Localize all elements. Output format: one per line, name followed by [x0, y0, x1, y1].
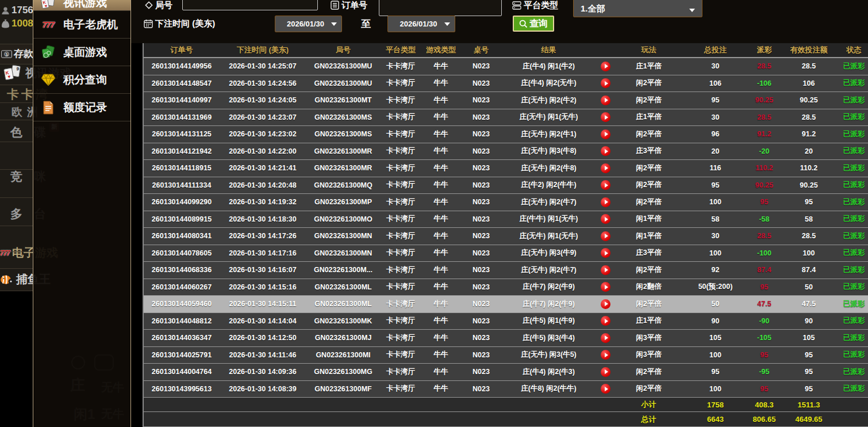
- status-cell: 已派彩: [838, 211, 868, 228]
- table-no-cell: N023: [461, 347, 501, 364]
- col-header-table-no[interactable]: 桌号: [461, 43, 501, 57]
- replay-icon[interactable]: [601, 96, 610, 105]
- round-cell: GN023261300MR: [306, 160, 381, 177]
- table-row[interactable]: 260130144149956 2026-01-30 14:25:07 GN02…: [144, 58, 868, 75]
- replay-cell: [596, 211, 615, 228]
- valid-bet-cell: 105: [780, 330, 838, 346]
- replay-icon[interactable]: [601, 265, 610, 275]
- round-cell: GN023261300ML: [306, 296, 381, 312]
- table-row[interactable]: 260130144121942 2026-01-30 14:22:00 GN02…: [144, 143, 868, 161]
- platform-type-select[interactable]: 1.全部: [573, 0, 702, 17]
- round-cell: GN023261300MU: [306, 75, 381, 92]
- col-header-valid-bet[interactable]: 有效投注额: [780, 43, 838, 57]
- replay-cell: [596, 160, 615, 177]
- table-no-cell: N023: [461, 75, 501, 92]
- round-number-input[interactable]: [182, 0, 318, 10]
- replay-icon[interactable]: [601, 384, 610, 394]
- replay-icon[interactable]: [601, 299, 610, 309]
- table-row[interactable]: 260130144025791 2026-01-30 14:11:46 GN02…: [144, 347, 868, 364]
- col-header-status[interactable]: 状态: [838, 43, 868, 57]
- submenu-item-label: 视讯游戏: [63, 0, 107, 10]
- payout-cell: 90.25: [748, 92, 780, 109]
- col-header-order[interactable]: 订单号: [144, 43, 220, 57]
- table-no-cell: N023: [461, 194, 501, 211]
- date-from-select[interactable]: 2026/01/30: [275, 16, 342, 32]
- replay-icon[interactable]: [601, 112, 610, 122]
- replay-icon[interactable]: [601, 231, 610, 241]
- replay-icon[interactable]: [601, 62, 610, 71]
- order-number-label: 订单号: [331, 0, 367, 12]
- table-row[interactable]: 260130144131125 2026-01-30 14:23:02 GN02…: [144, 126, 868, 143]
- date-range-to-label: 至: [361, 17, 371, 30]
- table-row[interactable]: 260130144004764 2026-01-30 14:09:36 GN02…: [144, 364, 868, 381]
- replay-icon[interactable]: [601, 129, 610, 139]
- col-header-payout[interactable]: 派彩: [748, 43, 780, 57]
- submenu-item-video-games[interactable]: K♥ 视讯游戏: [33, 0, 130, 11]
- game-cell: 牛牛: [421, 92, 461, 109]
- table-row[interactable]: 260130144099290 2026-01-30 14:19:32 GN02…: [144, 194, 868, 211]
- date-to-select[interactable]: 2026/01/30: [387, 16, 455, 32]
- replay-icon[interactable]: [601, 197, 610, 207]
- submenu-item-quota-records[interactable]: 额度记录: [33, 94, 130, 121]
- replay-cell: [596, 296, 615, 312]
- deposit-button[interactable]: $ 存款: [1, 47, 33, 60]
- result-cell: 庄(牛牛) 闲1(无牛): [501, 211, 596, 228]
- platform-cell: 卡卡湾厅: [381, 381, 421, 398]
- replay-icon[interactable]: [601, 350, 610, 360]
- table-row[interactable]: 260130144140997 2026-01-30 14:24:05 GN02…: [144, 92, 868, 109]
- col-header-method[interactable]: 玩法: [615, 43, 682, 57]
- col-header-result[interactable]: 结果: [501, 43, 596, 57]
- replay-icon[interactable]: [601, 333, 610, 343]
- time-cell: 2026-01-30 14:16:07: [220, 262, 306, 279]
- platform-cell: 卡卡湾厅: [381, 347, 421, 364]
- submenu-item-slot-machines[interactable]: 777 电子老虎机: [33, 11, 130, 39]
- order-number-input[interactable]: [379, 0, 502, 16]
- total-bet-cell: 105: [682, 330, 748, 346]
- table-row[interactable]: 260130144089915 2026-01-30 14:18:30 GN02…: [144, 211, 868, 228]
- table-no-cell: N023: [461, 313, 501, 330]
- replay-icon[interactable]: [601, 163, 610, 173]
- table-row[interactable]: 260130144111334 2026-01-30 14:20:48 GN02…: [144, 177, 868, 195]
- col-header-game[interactable]: 游戏类型: [421, 43, 461, 57]
- result-cell: 庄(牛7) 闲2(牛9): [501, 279, 596, 296]
- replay-icon[interactable]: [601, 78, 610, 88]
- round-cell: GN023261300MF: [306, 381, 381, 398]
- replay-icon[interactable]: [601, 180, 610, 190]
- table-row[interactable]: 260130144048812 2026-01-30 14:14:04 GN02…: [144, 313, 868, 330]
- submenu-item-points-query[interactable]: 积分查询: [33, 66, 130, 94]
- status-cell: 已派彩: [838, 330, 868, 346]
- replay-icon[interactable]: [601, 214, 610, 224]
- table-row[interactable]: 260130144060267 2026-01-30 14:15:16 GN02…: [144, 279, 868, 296]
- col-header-total-bet[interactable]: 总投注: [682, 43, 748, 57]
- col-header-time[interactable]: 下注时间 (美东): [220, 43, 306, 57]
- replay-icon[interactable]: [601, 316, 610, 326]
- table-row[interactable]: 260130144036347 2026-01-30 14:12:50 GN02…: [144, 330, 868, 347]
- col-header-round[interactable]: 局号: [306, 43, 381, 57]
- replay-cell: [596, 126, 615, 143]
- replay-icon[interactable]: [601, 146, 610, 156]
- table-row[interactable]: 260130143995613 2026-01-30 14:08:39 GN02…: [144, 381, 868, 398]
- search-button[interactable]: 查询: [513, 16, 554, 32]
- table-row[interactable]: 260130144068336 2026-01-30 14:16:07 GN02…: [144, 262, 868, 279]
- result-cell: 庄(牛4) 闲1(牛2): [501, 58, 596, 75]
- col-header-platform[interactable]: 平台类型: [381, 43, 421, 57]
- table-row[interactable]: 260130144148547 2026-01-30 14:24:56 GN02…: [144, 75, 868, 93]
- time-cell: 2026-01-30 14:17:16: [220, 245, 306, 262]
- round-cell: GN023261300MI: [306, 347, 381, 364]
- moneybag-icon: [1, 19, 10, 28]
- table-row[interactable]: 260130144131969 2026-01-30 14:23:07 GN02…: [144, 109, 868, 127]
- table-row[interactable]: 260130144059460 2026-01-30 14:15:11 GN02…: [144, 296, 868, 313]
- replay-cell: [596, 364, 615, 380]
- replay-icon[interactable]: [601, 282, 610, 292]
- table-row[interactable]: 260130144080341 2026-01-30 14:17:26 GN02…: [144, 228, 868, 245]
- submenu-item-table-games[interactable]: 桌面游戏: [33, 39, 130, 66]
- replay-icon[interactable]: [601, 248, 610, 258]
- time-cell: 2026-01-30 14:18:30: [220, 211, 306, 228]
- table-row[interactable]: 260130144078605 2026-01-30 14:17:16 GN02…: [144, 245, 868, 262]
- replay-icon[interactable]: [601, 367, 610, 377]
- valid-bet-cell: 91.2: [780, 126, 838, 143]
- order-cell: 260130144078605: [144, 245, 220, 262]
- total-bet-cell: 95: [682, 92, 748, 109]
- table-row[interactable]: 260130144118915 2026-01-30 14:21:41 GN02…: [144, 160, 868, 177]
- round-cell: GN023261300MN: [306, 245, 381, 262]
